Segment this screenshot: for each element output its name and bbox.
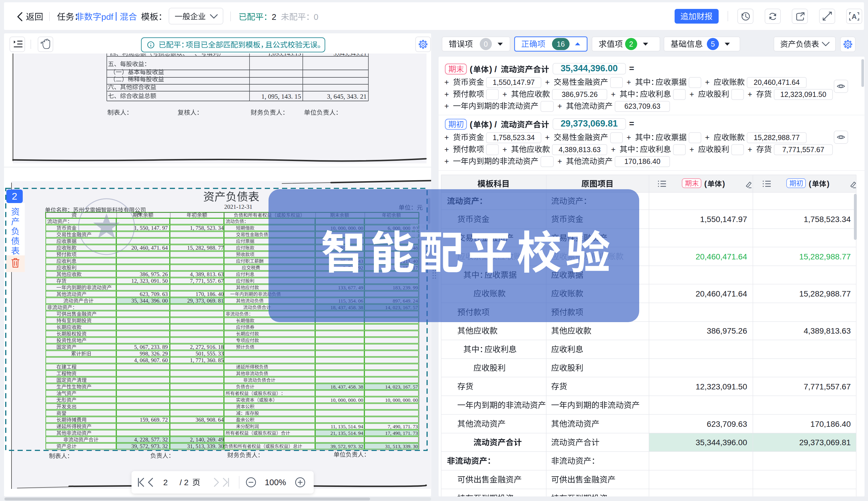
svg-text:39, 572, 973. 32: 39, 572, 973. 32 xyxy=(331,444,363,449)
svg-text:/ 2: / 2 xyxy=(180,478,188,487)
svg-text:+: + xyxy=(445,78,449,87)
svg-text:): ) xyxy=(489,120,492,129)
svg-text:15,282,988.77: 15,282,988.77 xyxy=(799,289,851,298)
svg-text:11, 135, 514. 94: 11, 135, 514. 94 xyxy=(331,424,363,429)
svg-text:+: + xyxy=(502,90,507,99)
svg-text:501, 555. 33: 501, 555. 33 xyxy=(196,351,224,356)
svg-text:1, 771, 360. 85: 1, 771, 360. 85 xyxy=(190,357,223,363)
svg-text:+: + xyxy=(690,145,694,154)
svg-text:15, 282, 988. 77: 15, 282, 988. 77 xyxy=(187,245,223,251)
svg-text:4,389,813.63: 4,389,813.63 xyxy=(804,327,851,335)
svg-text:31, 513, 339. 30: 31, 513, 339. 30 xyxy=(385,444,418,449)
svg-text:): ) xyxy=(827,180,829,188)
svg-text:pdf: pdf xyxy=(101,12,113,22)
svg-text:1, 095, 143. 15: 1, 095, 143. 15 xyxy=(261,93,301,100)
svg-text:31, 513, 339. 30: 31, 513, 339. 30 xyxy=(187,443,223,449)
svg-text:(: ( xyxy=(809,180,811,188)
svg-text:1, 758, 523. 34: 1, 758, 523. 34 xyxy=(190,225,223,231)
svg-text:): ) xyxy=(489,64,492,74)
svg-text:+: + xyxy=(545,78,550,87)
svg-text:7,771,557.67: 7,771,557.67 xyxy=(804,382,851,391)
svg-text:12,323,091.50: 12,323,091.50 xyxy=(780,90,826,98)
svg-text:4, 068, 907. 60: 4, 068, 907. 60 xyxy=(134,357,168,363)
svg-text:4, 389, 813. 63: 4, 389, 813. 63 xyxy=(190,271,223,277)
svg-text:170,186.40: 170,186.40 xyxy=(624,157,660,166)
svg-text:386, 975. 26: 386, 975. 26 xyxy=(140,271,168,277)
svg-text:1,758,523.34: 1,758,523.34 xyxy=(493,134,535,141)
svg-text:5, 067, 233. 89: 5, 067, 233. 89 xyxy=(134,344,168,350)
svg-text:35, 344, 396. 00: 35, 344, 396. 00 xyxy=(131,298,168,304)
svg-text:+: + xyxy=(545,133,550,142)
svg-text:+: + xyxy=(748,145,752,154)
svg-text:368, 908. 64: 368, 908. 64 xyxy=(196,417,224,423)
svg-text:29,373,069.81: 29,373,069.81 xyxy=(561,118,618,129)
svg-text:2, 272, 916. 18: 2, 272, 916. 18 xyxy=(190,344,223,350)
svg-text:+: + xyxy=(748,90,752,99)
svg-text:35,344,396.00: 35,344,396.00 xyxy=(561,63,618,73)
svg-text:1,758,523.34: 1,758,523.34 xyxy=(804,215,851,224)
svg-text:20,460,471.64: 20,460,471.64 xyxy=(696,289,747,298)
svg-text:15,282,988.77: 15,282,988.77 xyxy=(754,134,800,141)
svg-text:386,975.26: 386,975.26 xyxy=(562,90,597,98)
svg-text:29, 373, 069. 81: 29, 373, 069. 81 xyxy=(187,298,223,304)
svg-text:/: / xyxy=(494,64,497,74)
svg-text:(: ( xyxy=(470,64,473,74)
svg-text:16: 16 xyxy=(557,40,565,48)
svg-text:7, 771, 557. 67: 7, 771, 557. 67 xyxy=(190,278,223,284)
svg-text:2: 2 xyxy=(272,12,276,22)
svg-text:+: + xyxy=(445,133,449,142)
svg-text:7, 490, 171. 73: 7, 490, 171. 73 xyxy=(388,424,418,429)
svg-text:+: + xyxy=(445,102,449,110)
svg-text:+: + xyxy=(611,90,616,99)
svg-text:170, 186. 40: 170, 186. 40 xyxy=(196,291,224,297)
svg-text:12,323,091.50: 12,323,091.50 xyxy=(696,382,747,391)
svg-text:2021-12-31: 2021-12-31 xyxy=(224,203,252,210)
svg-text:5: 5 xyxy=(711,40,715,48)
svg-text:998, 326. 29: 998, 326. 29 xyxy=(140,351,168,356)
svg-text:20, 460, 471. 64: 20, 460, 471. 64 xyxy=(131,245,168,251)
svg-text:2: 2 xyxy=(163,478,168,487)
svg-text:+: + xyxy=(627,78,631,87)
svg-text:+: + xyxy=(557,157,562,166)
svg-text:17, 490, 171. 73: 17, 490, 171. 73 xyxy=(385,430,418,436)
svg-text:21, 135, 514. 94: 21, 135, 514. 94 xyxy=(331,430,363,436)
svg-text:+: + xyxy=(445,157,449,166)
svg-text:14, 023, 167. 57: 14, 023, 167. 57 xyxy=(385,384,418,390)
svg-text:): ) xyxy=(722,180,725,188)
svg-text:170,186.40: 170,186.40 xyxy=(811,419,851,428)
svg-text:(: ( xyxy=(470,120,473,129)
svg-text:159, 669. 72: 159, 669. 72 xyxy=(140,417,168,423)
svg-text:+: + xyxy=(445,145,449,154)
svg-text:623, 709. 63: 623, 709. 63 xyxy=(140,291,168,297)
svg-text:1, 550, 147. 97: 1, 550, 147. 97 xyxy=(134,225,168,231)
svg-text:20,460,471.64: 20,460,471.64 xyxy=(754,78,800,86)
svg-text:2, 140, 269. 49: 2, 140, 269. 49 xyxy=(190,437,223,443)
svg-text:35,344,396.00: 35,344,396.00 xyxy=(696,438,747,447)
svg-text:0: 0 xyxy=(314,12,318,22)
svg-text:+: + xyxy=(445,90,449,99)
svg-text:+: + xyxy=(627,133,631,142)
svg-text:10, 000, 000. 00: 10, 000, 000. 00 xyxy=(385,397,418,403)
svg-text:4,389,813.63: 4,389,813.63 xyxy=(558,146,600,153)
svg-text:+: + xyxy=(611,145,616,154)
svg-text:A: A xyxy=(851,13,857,20)
svg-text:15,282,988.77: 15,282,988.77 xyxy=(799,252,851,261)
svg-text:/: / xyxy=(494,120,497,129)
svg-text:623,709.63: 623,709.63 xyxy=(624,102,660,110)
svg-text:623,709.63: 623,709.63 xyxy=(707,419,747,428)
svg-text:+: + xyxy=(690,90,694,99)
svg-text:4, 228, 577. 32: 4, 228, 577. 32 xyxy=(134,437,168,443)
svg-text:7,771,557.67: 7,771,557.67 xyxy=(782,146,824,153)
svg-text:100%: 100% xyxy=(265,478,286,487)
svg-text:0: 0 xyxy=(484,40,488,48)
svg-text:12, 323, 091. 50: 12, 323, 091. 50 xyxy=(131,278,168,284)
svg-text:=: = xyxy=(629,119,634,128)
svg-text:2: 2 xyxy=(12,191,17,202)
svg-text:39, 572, 973. 32: 39, 572, 973. 32 xyxy=(131,443,168,449)
svg-text:1,550,147.97: 1,550,147.97 xyxy=(700,215,747,224)
svg-text:+: + xyxy=(557,102,562,110)
svg-text:=: = xyxy=(629,64,634,73)
svg-text:2: 2 xyxy=(629,40,633,48)
svg-text:1,550,147.97: 1,550,147.97 xyxy=(493,78,535,86)
svg-text:+: + xyxy=(705,133,710,142)
